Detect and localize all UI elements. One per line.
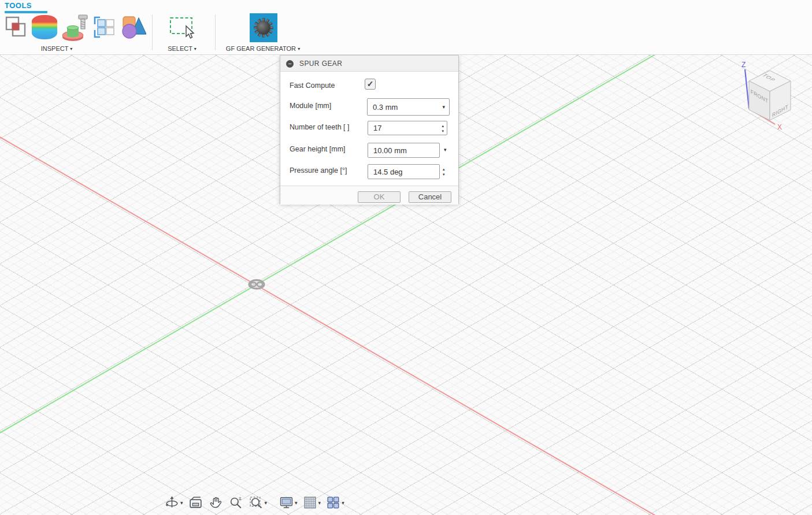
spur-gear-dialog: − SPUR GEAR Fast Compute ✓ Module [mm] 0…	[280, 55, 459, 204]
gear-generator-button[interactable]	[250, 13, 277, 42]
tab-active-underline	[5, 11, 47, 13]
pressure-angle-label: Pressure angle [°]	[290, 166, 347, 175]
chevron-down-icon: ▾	[318, 500, 321, 506]
pan-button[interactable]	[207, 494, 224, 511]
ok-button[interactable]: OK	[358, 191, 401, 203]
orbit-icon	[164, 495, 180, 510]
inspect-label: INSPECT	[41, 45, 68, 52]
pressure-angle-value: 14.5 deg	[373, 168, 403, 176]
spinner-down-icon: ▾	[443, 173, 445, 176]
teeth-spinner[interactable]: ▴ ▾	[442, 121, 444, 136]
dialog-title: SPUR GEAR	[299, 60, 342, 68]
chevron-down-icon: ▾	[298, 46, 300, 51]
chevron-down-icon: ▾	[194, 46, 196, 51]
select-label: SELECT	[168, 45, 192, 52]
origin-gear-body[interactable]	[246, 278, 268, 293]
view-cube[interactable]: TOP FRONT RIGHT Z X	[725, 58, 800, 138]
teeth-value: 17	[373, 124, 381, 132]
gear-generator-label: GF GEAR GENERATOR	[226, 45, 296, 52]
spinner-up-icon: ▴	[443, 168, 445, 171]
pan-icon	[208, 495, 224, 510]
chevron-down-icon: ▾	[70, 46, 72, 51]
pressure-angle-spinner[interactable]: ▴ ▾	[443, 164, 445, 179]
chevron-down-icon: ▾	[342, 500, 344, 506]
gear-height-label: Gear height [mm]	[290, 145, 346, 153]
x-axis-label: X	[777, 123, 782, 131]
window-zoom-button[interactable]: ▾	[248, 494, 268, 511]
z-axis-label: Z	[741, 61, 746, 69]
gear-height-input[interactable]: 10.00 mm	[368, 143, 440, 158]
dialog-footer: OK Cancel	[280, 186, 458, 205]
display-settings-button[interactable]: ▾	[278, 494, 298, 511]
fast-compute-label: Fast Compute	[290, 81, 335, 90]
window-zoom-icon	[249, 495, 264, 510]
gear-height-dropdown-icon[interactable]: ▾	[444, 147, 447, 153]
zoom-button[interactable]: ±	[228, 494, 244, 511]
check-icon: ✓	[367, 79, 374, 88]
spinner-up-icon: ▴	[442, 124, 444, 128]
viewports-button[interactable]: ▾	[325, 494, 345, 511]
navigation-bar: ▾ ± ▾	[164, 494, 345, 511]
ribbon-toolbar: TOOLS	[0, 0, 812, 55]
display-settings-icon	[279, 495, 294, 510]
grid-icon	[302, 495, 318, 510]
look-at-icon	[188, 495, 203, 510]
section-analysis-icon[interactable]	[92, 16, 115, 41]
gear-icon	[252, 16, 275, 39]
module-label: Module [mm]	[290, 102, 331, 110]
orbit-button[interactable]: ▾	[164, 494, 184, 511]
svg-text:±: ±	[238, 495, 241, 501]
fast-compute-checkbox[interactable]: ✓	[365, 79, 376, 90]
spinner-down-icon: ▾	[442, 129, 444, 133]
select-tool-icon[interactable]	[169, 16, 196, 43]
collapse-icon[interactable]: −	[286, 60, 294, 68]
viewports-icon	[325, 495, 341, 510]
chevron-down-icon: ▾	[265, 500, 268, 506]
teeth-input[interactable]: 17 ▴ ▾	[368, 121, 447, 135]
toolbar-divider	[152, 14, 153, 50]
module-select[interactable]: 0.3 mm ▾	[367, 98, 450, 116]
module-value: 0.3 mm	[373, 103, 398, 112]
teeth-label: Number of teeth [ ]	[290, 123, 350, 131]
dialog-header[interactable]: − SPUR GEAR	[280, 55, 458, 72]
curvature-analysis-icon[interactable]	[32, 15, 57, 39]
grid-and-snaps-button[interactable]: ▾	[302, 494, 322, 511]
interference-icon[interactable]	[5, 16, 27, 40]
pressure-angle-input[interactable]: 14.5 deg	[368, 164, 440, 179]
draft-analysis-icon[interactable]	[62, 14, 88, 44]
tab-tools[interactable]: TOOLS	[5, 1, 47, 13]
cancel-button[interactable]: Cancel	[409, 191, 451, 203]
primitives-display-icon[interactable]	[121, 15, 146, 42]
chevron-down-icon: ▾	[295, 500, 298, 506]
inspect-dropdown[interactable]: INSPECT ▾	[22, 45, 91, 52]
tab-tools-label: TOOLS	[5, 1, 47, 10]
chevron-down-icon: ▾	[442, 104, 445, 110]
zoom-icon: ±	[228, 495, 244, 510]
select-dropdown[interactable]: SELECT ▾	[153, 45, 211, 52]
look-at-button[interactable]	[187, 494, 204, 511]
viewport-3d[interactable]: TOP FRONT RIGHT Z X − SPUR GEAR Fast Com…	[0, 55, 812, 515]
chevron-down-icon: ▾	[180, 500, 183, 506]
gear-height-value: 10.00 mm	[373, 146, 407, 155]
gear-generator-dropdown[interactable]: GF GEAR GENERATOR ▾	[205, 45, 321, 52]
